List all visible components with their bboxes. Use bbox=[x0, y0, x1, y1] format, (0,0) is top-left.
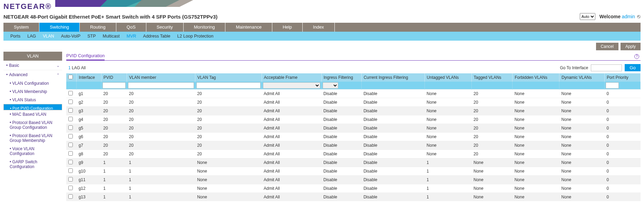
user-link[interactable]: admin bbox=[622, 14, 635, 19]
cell-tagged: 20 bbox=[471, 98, 513, 107]
sidebar-section-advanced[interactable]: Advanced ⌃ bbox=[3, 70, 62, 79]
table-row: g6202020Admit AllDisableDisableNone20Non… bbox=[66, 133, 641, 141]
cell-priority: 0 bbox=[605, 184, 641, 193]
nav-help[interactable]: Help bbox=[272, 23, 303, 32]
cell-tag: None bbox=[195, 167, 262, 176]
table-row: g1111NoneAdmit AllDisableDisable1NoneNon… bbox=[66, 176, 641, 184]
cell-ingress: Disable bbox=[321, 90, 361, 98]
subnav-vlan[interactable]: VLAN bbox=[39, 32, 58, 41]
filter-accept-select[interactable] bbox=[263, 82, 320, 89]
col-vlan-member: VLAN member bbox=[127, 73, 195, 82]
cell-forbidden: None bbox=[513, 150, 559, 158]
row-checkbox[interactable] bbox=[68, 91, 73, 95]
nav-routing[interactable]: Routing bbox=[80, 23, 116, 32]
nav-security[interactable]: Security bbox=[146, 23, 184, 32]
sidebar-item-garp-switch-configuration[interactable]: GARP Switch Configuration bbox=[3, 158, 62, 171]
sidebar-item-protocol-based-vlan-group-configuration[interactable]: Protocol Based VLAN Group Configuration bbox=[3, 118, 62, 132]
filter-pvid-input[interactable] bbox=[103, 82, 126, 89]
cell-tag: None bbox=[195, 184, 262, 193]
filter-ingress-select[interactable] bbox=[323, 82, 338, 89]
select-all-checkbox[interactable] bbox=[68, 75, 73, 79]
interface-filter[interactable]: 1 LAG All bbox=[68, 65, 560, 70]
cell-forbidden: None bbox=[513, 90, 559, 98]
cell-interface: g8 bbox=[77, 150, 101, 158]
subnav-auto-voip[interactable]: Auto-VoIP bbox=[58, 32, 84, 41]
col-vlan-tag: VLAN Tag bbox=[195, 73, 262, 82]
row-checkbox[interactable] bbox=[68, 151, 73, 156]
cell-accept: Admit All bbox=[262, 141, 321, 150]
row-checkbox[interactable] bbox=[68, 108, 73, 113]
cell-forbidden: None bbox=[513, 176, 559, 184]
cell-tag: 20 bbox=[195, 115, 262, 124]
subnav-mvr[interactable]: MVR bbox=[123, 32, 140, 41]
sidebar-item-vlan-configuration[interactable]: VLAN Configuration bbox=[3, 79, 62, 87]
nav-system[interactable]: System bbox=[3, 23, 39, 32]
sidebar-item-mac-based-vlan[interactable]: MAC Based VLAN bbox=[3, 110, 62, 118]
sidebar-item-vlan-status[interactable]: VLAN Status bbox=[3, 96, 62, 104]
col-tagged-vlans: Tagged VLANs bbox=[471, 73, 513, 82]
row-checkbox[interactable] bbox=[68, 168, 73, 173]
logout-icon[interactable]: ⎋ bbox=[637, 13, 641, 20]
cell-accept: Admit All bbox=[262, 158, 321, 167]
cell-interface: g2 bbox=[77, 98, 101, 107]
subnav-multicast[interactable]: Multicast bbox=[99, 32, 123, 41]
goto-label: Go To Interface bbox=[560, 65, 588, 70]
filter-priority-input[interactable] bbox=[606, 82, 619, 89]
nav-switching[interactable]: Switching bbox=[39, 23, 80, 32]
nav-index[interactable]: Index bbox=[303, 23, 335, 32]
apply-button[interactable]: Apply bbox=[621, 43, 641, 50]
cell-dynamic: None bbox=[559, 98, 605, 107]
sidebar-item-vlan-membership[interactable]: VLAN Membership bbox=[3, 87, 62, 96]
cell-member: 20 bbox=[127, 150, 195, 158]
cell-curring: Disable bbox=[361, 133, 425, 141]
subnav-address-table[interactable]: Address Table bbox=[140, 32, 174, 41]
nav-qos[interactable]: QoS bbox=[116, 23, 146, 32]
filter-member-input[interactable] bbox=[128, 82, 194, 89]
subnav-ports[interactable]: Ports bbox=[7, 32, 24, 41]
cell-untagged: None bbox=[425, 141, 471, 150]
cell-pvid: 20 bbox=[101, 124, 127, 133]
cell-tag: 20 bbox=[195, 107, 262, 115]
row-checkbox[interactable] bbox=[68, 134, 73, 138]
row-checkbox[interactable] bbox=[68, 160, 73, 164]
sidebar-item-port-pvid-configuration[interactable]: Port PVID Configuration bbox=[3, 104, 62, 110]
col-dynamic-vlans: Dynamic VLANs bbox=[559, 73, 605, 82]
row-checkbox[interactable] bbox=[68, 143, 73, 147]
cell-dynamic: None bbox=[559, 90, 605, 98]
cell-priority: 0 bbox=[605, 193, 641, 201]
go-button[interactable]: Go bbox=[625, 64, 641, 71]
subnav-stp[interactable]: STP bbox=[84, 32, 99, 41]
row-checkbox[interactable] bbox=[68, 100, 73, 104]
help-icon[interactable]: ? bbox=[634, 54, 639, 59]
sidebar-item-protocol-based-vlan-group-membership[interactable]: Protocol Based VLAN Group Membership bbox=[3, 132, 62, 145]
row-checkbox[interactable] bbox=[68, 117, 73, 121]
row-checkbox[interactable] bbox=[68, 186, 73, 190]
cell-member: 20 bbox=[127, 133, 195, 141]
language-select[interactable]: Auto bbox=[580, 13, 595, 20]
welcome-label: Welcome admin bbox=[599, 14, 635, 19]
row-checkbox[interactable] bbox=[68, 194, 73, 199]
nav-monitoring[interactable]: Monitoring bbox=[184, 23, 226, 32]
cell-curring: Disable bbox=[361, 150, 425, 158]
cell-untagged: None bbox=[425, 107, 471, 115]
nav-maintenance[interactable]: Maintenance bbox=[225, 23, 272, 32]
subnav-l2-loop-protection[interactable]: L2 Loop Protection bbox=[174, 32, 217, 41]
cell-interface: g6 bbox=[77, 133, 101, 141]
cell-member: 20 bbox=[127, 141, 195, 150]
cell-member: 1 bbox=[127, 158, 195, 167]
cell-dynamic: None bbox=[559, 107, 605, 115]
cell-curring: Disable bbox=[361, 167, 425, 176]
filter-tag-input[interactable] bbox=[196, 82, 261, 89]
sidebar-section-basic[interactable]: Basic ⌄ bbox=[3, 61, 62, 70]
cancel-button[interactable]: Cancel bbox=[596, 43, 618, 50]
cell-forbidden: None bbox=[513, 167, 559, 176]
goto-input[interactable] bbox=[591, 64, 622, 71]
cell-ingress: Disable bbox=[321, 133, 361, 141]
cell-ingress: Disable bbox=[321, 184, 361, 193]
row-checkbox[interactable] bbox=[68, 125, 73, 130]
table-row: g8202020Admit AllDisableDisableNone20Non… bbox=[66, 150, 641, 158]
cell-tagged: 20 bbox=[471, 150, 513, 158]
sidebar-item-voice-vlan-configuration[interactable]: Voice VLAN Configuration bbox=[3, 145, 62, 158]
row-checkbox[interactable] bbox=[68, 177, 73, 182]
subnav-lag[interactable]: LAG bbox=[24, 32, 39, 41]
